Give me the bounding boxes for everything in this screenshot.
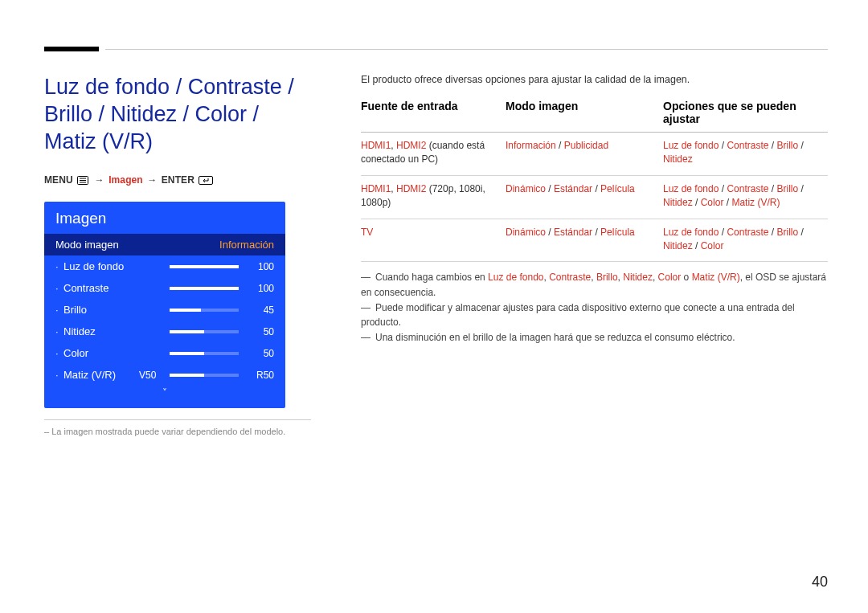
osd-row-modo-imagen[interactable]: Modo imagen Información [44,234,285,255]
osd-row[interactable]: ·Nitidez50 [44,321,285,342]
th-opciones: Opciones que se pueden ajustar [663,100,828,125]
osd-row-value: 50 [245,326,274,337]
slider-track[interactable] [170,287,239,290]
osd-row-value: Información [219,239,274,251]
page-number: 40 [812,574,828,591]
note-line: ―Una disminución en el brillo de la imag… [361,330,828,345]
divider [44,419,311,420]
osd-row-label: Brillo [63,304,87,316]
cell-modo: Dinámico / Estándar / Película [506,226,663,254]
osd-row[interactable]: ·Brillo45 [44,299,285,321]
slider-fill [170,352,204,355]
osd-disclaimer: – La imagen mostrada puede variar depend… [44,427,311,436]
right-column: El producto ofrece diversas opciones par… [361,74,828,345]
menu-label: MENU [44,174,73,186]
osd-row[interactable]: ·Contraste100 [44,277,285,299]
cell-modo: Información / Publicidad [506,139,663,167]
cell-opciones: Luz de fondo / Contraste / Brillo / Niti… [663,226,828,254]
osd-row[interactable]: ·Luz de fondo100 [44,255,285,277]
osd-panel: Imagen Modo imagen Información ·Luz de f… [44,202,285,408]
enter-button-icon [199,176,213,187]
table-row: HDMI1, HDMI2 (cuando está conectado un P… [361,133,828,176]
slider-fill [170,265,239,268]
th-modo: Modo imagen [506,100,663,125]
enter-label: ENTER [162,174,194,186]
slider-track[interactable] [170,309,239,312]
slider-fill [170,374,204,377]
svg-rect-2 [80,180,86,181]
osd-row-value: 100 [245,283,274,294]
cell-fuente: HDMI1, HDMI2 (cuando está conectado un P… [361,139,506,167]
osd-row-value: 100 [245,261,274,272]
svg-rect-1 [80,178,86,179]
note-text: Cuando haga cambios en Luz de fondo, Con… [361,272,826,298]
header-rule [105,49,828,50]
osd-row-label: Contraste [63,282,108,294]
osd-row-label: Matiz (V/R) [63,369,116,381]
slider-track[interactable] [170,374,239,377]
cell-fuente: TV [361,226,506,254]
menu-button-icon [77,176,88,187]
osd-title: Imagen [44,202,285,234]
table-header: Fuente de entrada Modo imagen Opciones q… [361,100,828,132]
slider-fill [170,287,239,290]
slider-track[interactable] [170,330,239,333]
osd-row-label: Nitidez [63,325,96,337]
osd-row-value: 50 [245,348,274,359]
left-column: Luz de fondo / Contraste / Brillo / Niti… [44,74,311,436]
note-line: ―Puede modificar y almacenar ajustes par… [361,300,828,330]
osd-row-matiz[interactable]: ·Matiz (V/R) V50 R50 [44,364,285,386]
intro-text: El producto ofrece diversas opciones par… [361,74,828,85]
osd-row-value: 45 [245,304,274,316]
arrow-icon: → [93,174,106,186]
table-row: HDMI1, HDMI2 (720p, 1080i, 1080p)Dinámic… [361,176,828,219]
notes: ―Cuando haga cambios en Luz de fondo, Co… [361,270,828,345]
slider-track[interactable] [170,352,239,355]
note-line: ―Cuando haga cambios en Luz de fondo, Co… [361,270,828,300]
cell-opciones: Luz de fondo / Contraste / Brillo / Niti… [663,139,828,167]
tint-left-value: V50 [139,370,163,381]
osd-row-label: Color [63,347,88,359]
menu-path: MENU → Imagen → ENTER [44,174,311,187]
svg-rect-3 [80,182,86,183]
osd-row[interactable]: ·Color50 [44,342,285,364]
osd-row-label: Luz de fondo [63,260,124,272]
slider-fill [170,309,201,312]
osd-row-label: Modo imagen [55,239,119,251]
cell-fuente: HDMI1, HDMI2 (720p, 1080i, 1080p) [361,182,506,210]
th-fuente: Fuente de entrada [361,100,506,125]
cell-modo: Dinámico / Estándar / Película [506,182,663,210]
breadcrumb-item-imagen: Imagen [108,174,143,186]
slider-fill [170,330,204,333]
chevron-down-icon[interactable]: ˅ [44,386,285,402]
page-title: Luz de fondo / Contraste / Brillo / Niti… [44,74,311,155]
tint-right-value: R50 [245,370,274,381]
cell-opciones: Luz de fondo / Contraste / Brillo / Niti… [663,182,828,210]
slider-track[interactable] [170,265,239,268]
arrow-icon: → [145,174,158,186]
table-row: TVDinámico / Estándar / PelículaLuz de f… [361,219,828,263]
chapter-mark [44,47,99,51]
